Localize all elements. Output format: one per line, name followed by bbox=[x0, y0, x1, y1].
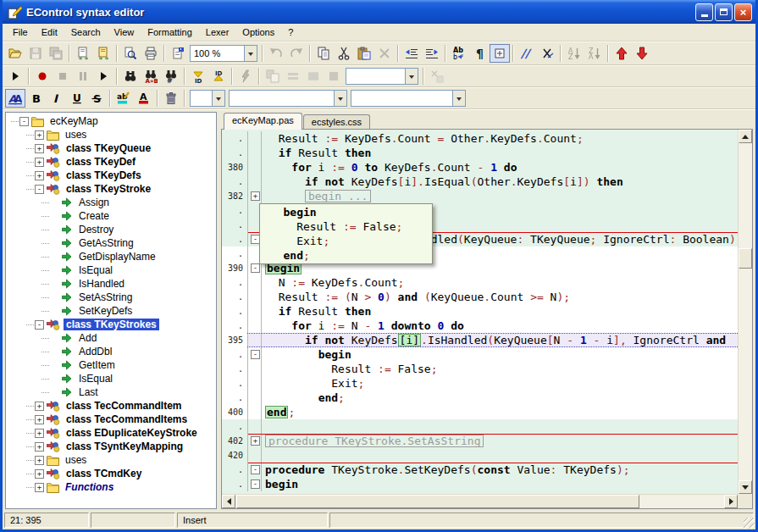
menu-search[interactable]: Search bbox=[64, 25, 108, 39]
chevron-down-icon[interactable] bbox=[244, 46, 257, 61]
fold-collapse-icon[interactable]: - bbox=[251, 479, 260, 489]
paste-button[interactable] bbox=[354, 44, 374, 63]
fold-expand-icon[interactable]: + bbox=[251, 191, 260, 201]
tree-item[interactable]: +class TecCommandItem bbox=[6, 399, 216, 413]
menu-[interactable]: ? bbox=[281, 25, 300, 39]
collapse-icon[interactable]: - bbox=[35, 320, 44, 330]
tree-item[interactable]: -class TKeyStrokes bbox=[6, 318, 216, 331]
tab-eckeymap-pas[interactable]: ecKeyMap.pas bbox=[224, 113, 302, 130]
horizontal-scrollbar[interactable] bbox=[222, 494, 738, 508]
code-line[interactable]: 380 for i := 0 to KeyDefs.Count - 1 do bbox=[222, 160, 738, 175]
menu-formatting[interactable]: Formatting bbox=[141, 25, 199, 39]
tree-item[interactable]: -class TKeyStroke bbox=[6, 182, 216, 196]
chevron-down-icon[interactable] bbox=[334, 91, 346, 106]
vertical-scroll-thumb[interactable] bbox=[739, 248, 752, 269]
unindent-button[interactable] bbox=[401, 44, 422, 63]
fold-collapse-icon[interactable]: - bbox=[251, 350, 260, 359]
bold-button[interactable]: B bbox=[25, 89, 46, 108]
collapse-icon[interactable]: - bbox=[35, 185, 44, 194]
menu-lexer[interactable]: Lexer bbox=[199, 25, 236, 39]
show-paragraph-marks-button[interactable]: ¶ bbox=[469, 44, 490, 63]
tree-item[interactable]: +class TCmdKey bbox=[6, 467, 216, 480]
underline-button[interactable]: U bbox=[66, 89, 86, 108]
replace-button[interactable]: A»B bbox=[141, 67, 161, 86]
code-area[interactable]: . Result := KeyDefs.Count = Other.KeyDef… bbox=[222, 130, 738, 494]
code-line[interactable]: . if Result then bbox=[222, 146, 738, 160]
style-combo[interactable] bbox=[346, 68, 418, 85]
tree-item[interactable]: IsEqual bbox=[6, 372, 216, 385]
expand-icon[interactable]: + bbox=[35, 158, 44, 167]
font-color-button[interactable]: A bbox=[134, 89, 154, 108]
code-line[interactable]: .-procedure TKeyStroke.SetKeyDefs(const … bbox=[222, 463, 738, 477]
tree-item[interactable]: GetItem bbox=[6, 358, 216, 372]
tree-item[interactable]: Add bbox=[6, 331, 216, 345]
cut-button[interactable] bbox=[334, 44, 354, 63]
expand-icon[interactable]: + bbox=[35, 415, 44, 424]
code-line[interactable]: . N := KeyDefs.Count; bbox=[222, 275, 738, 290]
print-preview-button[interactable] bbox=[120, 44, 141, 63]
word-wrap-button[interactable]: Abb bbox=[449, 44, 469, 63]
code-line[interactable]: . if Result then bbox=[222, 304, 738, 319]
fold-expand-icon[interactable]: + bbox=[251, 436, 260, 446]
menu-file[interactable]: File bbox=[6, 25, 35, 39]
expand-icon[interactable]: + bbox=[35, 402, 44, 411]
code-line[interactable]: . if not KeyDefs[i].IsEqual(Other.KeyDef… bbox=[222, 175, 738, 189]
code-line[interactable]: 420 bbox=[222, 448, 738, 463]
properties-button[interactable] bbox=[168, 44, 188, 63]
tree-item[interactable]: +class TKeyDefs bbox=[6, 169, 216, 182]
tree-item[interactable]: SetKeyDefs bbox=[6, 304, 216, 318]
show-line-separators-button[interactable] bbox=[490, 44, 510, 63]
expand-icon[interactable]: + bbox=[35, 171, 44, 180]
zoom-combo[interactable]: 100 % bbox=[190, 45, 257, 62]
tree-item[interactable]: +class TSyntKeyMapping bbox=[6, 440, 216, 453]
tree-item[interactable]: +Functions bbox=[6, 480, 216, 494]
record-macro-button[interactable] bbox=[32, 67, 53, 86]
menu-options[interactable]: Options bbox=[235, 25, 281, 39]
maximize-button[interactable] bbox=[715, 3, 733, 21]
code-line[interactable]: . Result := KeyDefs.Count = Other.KeyDef… bbox=[222, 131, 738, 146]
find-implementation-button[interactable]: ID bbox=[208, 67, 229, 86]
scroll-left-button[interactable] bbox=[222, 495, 235, 508]
tree-item[interactable]: IsEqual bbox=[6, 263, 216, 277]
code-line[interactable]: 402+procedure TKeyStroke.SetAsString bbox=[222, 434, 738, 448]
menu-edit[interactable]: Edit bbox=[35, 25, 64, 39]
minimize-button[interactable] bbox=[695, 3, 713, 21]
code-line[interactable]: . end; bbox=[222, 391, 738, 405]
comment-lines-button[interactable]: // bbox=[517, 44, 537, 63]
scroll-up-button[interactable] bbox=[739, 130, 752, 143]
find-button[interactable] bbox=[120, 67, 141, 86]
tree-item[interactable]: GetDisplayName bbox=[6, 250, 216, 263]
chevron-down-icon[interactable] bbox=[405, 69, 418, 84]
code-structure-tree[interactable]: -ecKeyMap+uses+class TKeyQueue+class TKe… bbox=[5, 112, 217, 509]
titlebar[interactable]: EControl syntax editor × bbox=[3, 0, 755, 24]
chevron-down-icon[interactable] bbox=[212, 91, 224, 106]
code-line[interactable]: . Result := (N > 0) and (KeyQueue.Count … bbox=[222, 290, 738, 304]
close-button[interactable]: × bbox=[734, 3, 752, 21]
tree-item[interactable]: AddDbl bbox=[6, 345, 216, 358]
print-button[interactable] bbox=[141, 44, 161, 63]
tree-item[interactable]: -ecKeyMap bbox=[6, 114, 216, 128]
tree-item[interactable]: +uses bbox=[6, 453, 216, 467]
code-line[interactable]: . Result := False; bbox=[222, 362, 738, 376]
tree-item[interactable]: +class TKeyQueue bbox=[6, 141, 216, 155]
expand-icon[interactable]: + bbox=[35, 469, 44, 479]
fold-collapse-icon[interactable]: - bbox=[251, 465, 260, 474]
export-file-button[interactable] bbox=[73, 44, 93, 63]
move-up-button[interactable] bbox=[611, 44, 632, 63]
expand-icon[interactable]: + bbox=[35, 442, 44, 452]
scroll-down-button[interactable] bbox=[739, 480, 752, 494]
play-macro-button[interactable] bbox=[93, 67, 113, 86]
fold-collapse-icon[interactable]: - bbox=[251, 263, 260, 273]
code-line[interactable]: 382+ begin ... bbox=[222, 189, 738, 203]
tree-item[interactable]: +class EDuplicateKeyStroke bbox=[6, 426, 216, 440]
tree-item[interactable]: Create bbox=[6, 209, 216, 223]
chevron-down-icon[interactable] bbox=[452, 91, 465, 106]
tree-item[interactable]: IsHandled bbox=[6, 277, 216, 291]
highlight-color-button[interactable]: ab bbox=[113, 89, 134, 108]
tree-item[interactable]: Destroy bbox=[6, 223, 216, 236]
strikeout-button[interactable]: S bbox=[86, 89, 107, 108]
style-name-combo[interactable] bbox=[229, 90, 347, 107]
open-file-button[interactable] bbox=[5, 44, 25, 63]
move-down-button[interactable] bbox=[632, 44, 652, 63]
substyle-combo[interactable] bbox=[351, 90, 466, 107]
